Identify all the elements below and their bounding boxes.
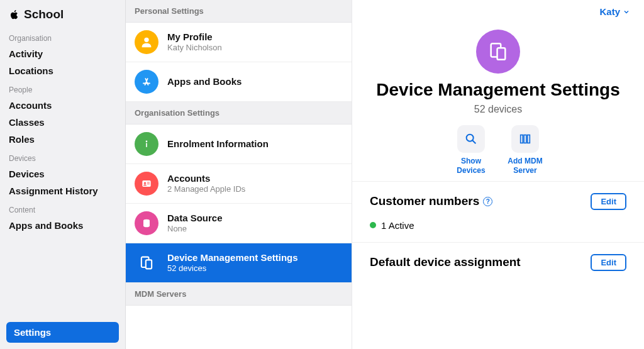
section-default-device-assignment: Default device assignment Edit: [352, 242, 644, 282]
action-label: Add MDM Server: [505, 157, 545, 175]
sidebar-group-devices: Devices: [0, 148, 125, 165]
section-title-text: Customer numbers: [370, 194, 479, 208]
devices-icon: [135, 251, 158, 275]
list-item-sub: None: [167, 224, 223, 234]
svg-point-1: [146, 141, 148, 143]
sidebar-item-settings[interactable]: Settings: [6, 322, 119, 343]
status-dot-icon: [370, 222, 376, 228]
help-icon[interactable]: ?: [483, 197, 492, 206]
sidebar-item-classes[interactable]: Classes: [0, 114, 125, 131]
sidebar-item-locations[interactable]: Locations: [0, 62, 125, 79]
edit-default-assignment-button[interactable]: Edit: [591, 254, 626, 271]
detail-pane: Katy Device Management Settings 52 devic…: [352, 0, 644, 349]
user-menu[interactable]: Katy: [599, 6, 630, 17]
sidebar-item-roles[interactable]: Roles: [0, 131, 125, 148]
sidebar-group-organisation: Organisation: [0, 28, 125, 45]
sidebar-item-activity[interactable]: Activity: [0, 45, 125, 62]
list-item-sub: 2 Managed Apple IDs: [167, 184, 245, 194]
page-subtitle: 52 devices: [474, 104, 523, 115]
section-title-text: Default device assignment: [370, 255, 521, 269]
sidebar-item-accounts[interactable]: Accounts: [0, 97, 125, 114]
list-item-title: My Profile: [167, 31, 222, 43]
settings-list: Personal Settings My Profile Katy Nichol…: [126, 0, 352, 349]
svg-rect-2: [146, 143, 147, 147]
devices-hero-icon: [476, 30, 520, 74]
brand: School: [0, 0, 125, 28]
appstore-icon: [135, 70, 158, 94]
list-item-sub: Katy Nicholson: [167, 43, 222, 53]
svg-rect-9: [146, 260, 152, 269]
add-mdm-server-button[interactable]: Add MDM Server: [505, 125, 545, 175]
svg-point-0: [144, 38, 148, 42]
svg-rect-5: [147, 182, 150, 183]
show-devices-button[interactable]: Show Devices: [451, 125, 491, 175]
svg-rect-13: [521, 135, 523, 143]
svg-rect-6: [147, 184, 150, 184]
list-item-sub: 52 devices: [167, 263, 298, 274]
list-item-title: Apps and Books: [167, 76, 242, 88]
sidebar-group-people: People: [0, 79, 125, 97]
person-icon: [135, 30, 158, 54]
edit-customer-numbers-button[interactable]: Edit: [591, 193, 626, 210]
list-item-device-management-settings[interactable]: Device Management Settings 52 devices: [126, 243, 352, 283]
sidebar-group-content: Content: [0, 199, 125, 217]
list-item-apps-and-books[interactable]: Apps and Books: [126, 62, 352, 102]
brand-label: School: [24, 8, 64, 21]
page-title: Device Management Settings: [376, 80, 619, 100]
list-item-title: Accounts: [167, 173, 245, 185]
user-name: Katy: [599, 6, 620, 17]
svg-point-4: [144, 182, 146, 184]
sidebar-item-devices[interactable]: Devices: [0, 165, 125, 182]
chevron-down-icon: [623, 8, 630, 16]
database-icon: [135, 211, 158, 235]
group-organisation-settings: Organisation Settings: [126, 102, 352, 125]
svg-rect-14: [524, 135, 526, 143]
id-card-icon: [135, 172, 158, 196]
list-item-my-profile[interactable]: My Profile Katy Nicholson: [126, 23, 352, 62]
section-customer-numbers: Customer numbers ? Edit 1 Active: [352, 181, 644, 242]
list-item-enrolment-information[interactable]: Enrolment Information: [126, 125, 352, 164]
list-item-title: Device Management Settings: [167, 252, 298, 264]
list-item-accounts[interactable]: Accounts 2 Managed Apple IDs: [126, 164, 352, 204]
sidebar-item-apps-and-books[interactable]: Apps and Books: [0, 217, 125, 234]
action-label: Show Devices: [451, 157, 491, 175]
search-icon: [457, 125, 485, 153]
list-item-data-source[interactable]: Data Source None: [126, 204, 352, 243]
svg-rect-11: [497, 48, 506, 59]
status-text: 1 Active: [381, 220, 414, 231]
svg-point-12: [467, 135, 474, 141]
group-mdm-servers: MDM Servers: [126, 283, 352, 306]
info-icon: [135, 132, 158, 156]
server-icon: [511, 125, 539, 153]
sidebar: School Organisation Activity Locations P…: [0, 0, 126, 349]
apple-logo-icon: [9, 8, 20, 21]
sidebar-item-assignment-history[interactable]: Assignment History: [0, 182, 125, 199]
svg-rect-15: [528, 135, 530, 143]
list-item-title: Data Source: [167, 213, 223, 224]
list-item-title: Enrolment Information: [167, 138, 269, 150]
group-personal-settings: Personal Settings: [126, 0, 352, 23]
